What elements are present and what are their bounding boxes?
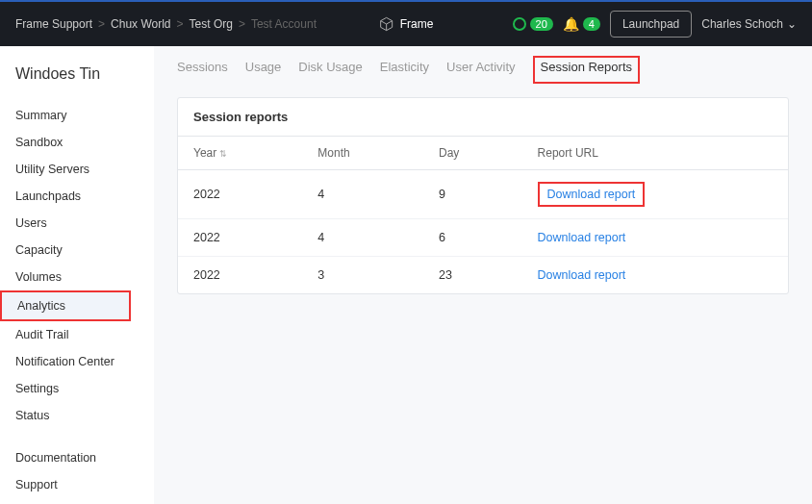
cell-day: 23 [423, 257, 522, 294]
sidebar-item-status[interactable]: Status [15, 402, 154, 429]
sidebar-item-documentation[interactable]: Documentation [15, 444, 154, 471]
table-row: 2022 4 9 Download report [178, 170, 788, 219]
user-menu[interactable]: Charles Schoch ⌄ [701, 17, 797, 31]
bell-icon: 🔔 [563, 16, 579, 32]
cell-month: 4 [302, 219, 423, 257]
notif-badge: 4 [583, 17, 600, 31]
sidebar-item-volumes[interactable]: Volumes [15, 264, 154, 290]
tab-sessions[interactable]: Sessions [177, 60, 228, 84]
cube-icon [379, 16, 394, 32]
breadcrumb-item[interactable]: Test Org [190, 17, 233, 31]
launchpad-button[interactable]: Launchpad [610, 11, 692, 38]
tab-elasticity[interactable]: Elasticity [380, 60, 429, 84]
sidebar-item-users[interactable]: Users [15, 210, 154, 237]
download-report-link[interactable]: Download report [538, 268, 626, 282]
breadcrumb-item[interactable]: Frame Support [15, 17, 92, 31]
tab-session-reports[interactable]: Session Reports [533, 56, 640, 84]
table-row: 2022 4 6 Download report [178, 219, 788, 257]
col-report-url[interactable]: Report URL [522, 137, 788, 170]
cell-year: 2022 [178, 219, 302, 257]
tab-disk-usage[interactable]: Disk Usage [298, 60, 362, 84]
sidebar-item-notification-center[interactable]: Notification Center [15, 348, 154, 375]
cell-day: 9 [423, 170, 522, 219]
sidebar-item-utility-servers[interactable]: Utility Servers [15, 156, 154, 183]
breadcrumb: Frame Support > Chux World > Test Org > … [15, 17, 513, 31]
cell-month: 4 [302, 170, 423, 219]
chevron-down-icon: ⌄ [787, 17, 797, 31]
sidebar-item-analytics[interactable]: Analytics [0, 290, 131, 321]
sidebar-item-audit-trail[interactable]: Audit Trail [15, 321, 154, 348]
cell-month: 3 [302, 257, 423, 294]
sort-icon: ⇅ [219, 149, 227, 159]
breadcrumb-item-current: Test Account [251, 17, 317, 31]
user-name: Charles Schoch [701, 17, 783, 31]
sidebar-item-settings[interactable]: Settings [15, 375, 154, 402]
chevron-right-icon: > [98, 17, 105, 31]
table-row: 2022 3 23 Download report [178, 257, 788, 294]
sidebar-item-launchpads[interactable]: Launchpads [15, 183, 154, 210]
sidebar-item-sandbox[interactable]: Sandbox [15, 129, 154, 156]
cell-year: 2022 [178, 170, 302, 219]
chevron-right-icon: > [177, 17, 184, 31]
chevron-right-icon: > [239, 17, 245, 31]
tab-usage[interactable]: Usage [245, 60, 282, 84]
brand-logo[interactable]: Frame [379, 16, 434, 32]
tab-user-activity[interactable]: User Activity [446, 60, 516, 84]
col-day[interactable]: Day [423, 137, 522, 170]
download-report-link[interactable]: Download report [538, 231, 626, 244]
cell-year: 2022 [178, 257, 302, 294]
reports-table: Year⇅ Month Day Report URL 2022 4 9 Down… [178, 137, 788, 293]
notifications[interactable]: 🔔 4 [563, 16, 600, 32]
cell-day: 6 [423, 219, 522, 257]
page-title: Windoes Tin [15, 65, 154, 83]
brand-label: Frame [400, 17, 434, 31]
status-badge: 20 [530, 17, 553, 31]
col-year[interactable]: Year⇅ [178, 137, 302, 170]
circle-icon [513, 17, 526, 31]
download-report-link[interactable]: Download report [538, 182, 646, 207]
sidebar-item-support[interactable]: Support [15, 471, 154, 498]
sidebar-item-summary[interactable]: Summary [15, 102, 154, 129]
col-month[interactable]: Month [302, 137, 423, 170]
panel-title: Session reports [178, 98, 788, 137]
breadcrumb-item[interactable]: Chux World [111, 17, 170, 31]
sidebar-item-capacity[interactable]: Capacity [15, 237, 154, 264]
status-indicator[interactable]: 20 [513, 17, 553, 31]
